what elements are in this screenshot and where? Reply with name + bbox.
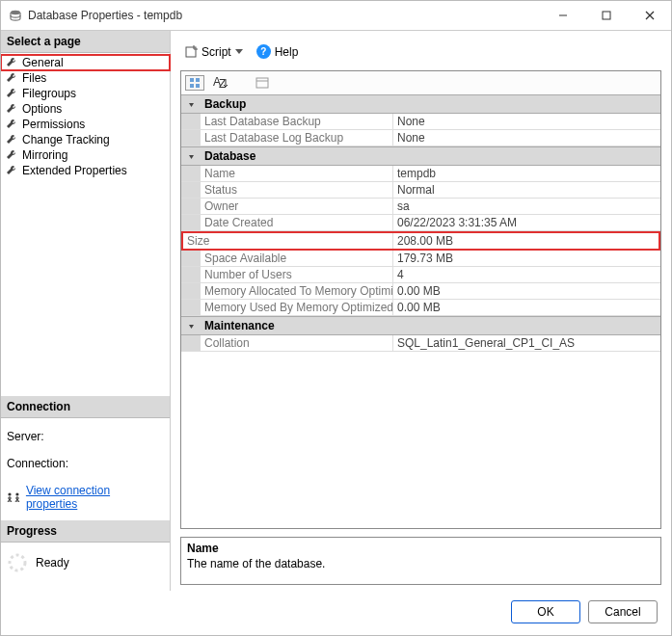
wrench-icon <box>5 164 18 177</box>
property-label: Collation <box>201 335 393 351</box>
category-label: Backup <box>201 95 660 113</box>
page-item-files[interactable]: Files <box>1 70 170 86</box>
wrench-icon <box>5 148 18 162</box>
connection-label: Connection: <box>7 457 164 470</box>
progress-header: Progress <box>1 520 170 543</box>
cancel-button[interactable]: Cancel <box>588 600 658 623</box>
property-row[interactable]: Nametempdb <box>181 166 660 182</box>
property-row[interactable]: Memory Allocated To Memory Optimized Obj… <box>181 283 660 300</box>
button-bar: OK Cancel <box>1 591 671 635</box>
right-pane: Script ? Help AZ BackupLast <box>171 31 671 591</box>
expand-icon[interactable] <box>181 95 201 113</box>
category-backup[interactable]: Backup <box>181 95 660 114</box>
property-row[interactable]: Date Created06/22/2023 3:31:35 AM <box>181 215 660 231</box>
property-value: 179.73 MB <box>393 251 660 266</box>
toolbar: Script ? Help <box>180 40 661 70</box>
property-row[interactable]: Number of Users4 <box>181 267 660 283</box>
window-title: Database Properties - tempdb <box>28 9 541 22</box>
view-connection-properties-link[interactable]: View connection properties <box>26 484 164 511</box>
minimize-button[interactable] <box>541 2 584 29</box>
property-row[interactable]: Last Database Log BackupNone <box>181 130 660 146</box>
left-pane: Select a page GeneralFilesFilegroupsOpti… <box>1 31 171 591</box>
category-label: Database <box>201 147 660 165</box>
script-button[interactable]: Script <box>180 43 247 61</box>
property-value: 0.00 MB <box>393 300 660 315</box>
property-row[interactable]: StatusNormal <box>181 182 660 199</box>
property-pages-button[interactable] <box>253 75 272 91</box>
server-label: Server: <box>7 430 164 443</box>
expand-icon[interactable] <box>181 317 201 334</box>
alphabetical-button[interactable]: AZ <box>210 75 231 91</box>
page-item-label: Mirroring <box>22 148 67 162</box>
svg-point-15 <box>10 555 25 570</box>
svg-point-10 <box>15 492 18 495</box>
help-icon: ? <box>256 44 271 59</box>
svg-text:Z: Z <box>219 77 226 89</box>
script-icon <box>184 45 198 59</box>
page-item-label: Permissions <box>22 118 85 131</box>
ok-button[interactable]: OK <box>511 600 580 623</box>
property-row[interactable]: Memory Used By Memory Optimized Objects0… <box>181 300 660 316</box>
property-label: Name <box>201 166 393 181</box>
page-item-label: Change Tracking <box>22 133 110 146</box>
property-label: Size <box>183 233 393 249</box>
progress-status: Ready <box>36 556 69 570</box>
page-item-extended-properties[interactable]: Extended Properties <box>1 163 170 178</box>
property-label: Status <box>201 182 393 198</box>
property-label: Last Database Log Backup <box>201 130 393 146</box>
property-label: Last Database Backup <box>201 114 393 129</box>
svg-rect-24 <box>256 78 268 88</box>
description-title: Name <box>187 542 655 555</box>
property-row[interactable]: Ownersa <box>181 199 660 215</box>
property-value: 0.00 MB <box>393 283 660 299</box>
view-connection-properties[interactable]: View connection properties <box>7 484 164 511</box>
description-text: The name of the database. <box>187 557 655 570</box>
property-row[interactable]: Space Available179.73 MB <box>181 251 660 267</box>
page-item-filegroups[interactable]: Filegroups <box>1 86 170 101</box>
property-value: None <box>393 114 660 129</box>
help-button[interactable]: ? Help <box>253 42 303 61</box>
property-value: None <box>393 130 660 146</box>
category-label: Maintenance <box>201 317 660 334</box>
svg-rect-18 <box>196 78 200 82</box>
property-row[interactable]: CollationSQL_Latin1_General_CP1_CI_AS <box>181 335 660 352</box>
page-item-label: Filegroups <box>22 87 76 100</box>
property-value: 06/22/2023 3:31:35 AM <box>393 215 660 230</box>
property-value: 4 <box>393 267 660 282</box>
connection-header: Connection <box>1 396 170 418</box>
categorized-button[interactable] <box>185 75 204 91</box>
page-item-permissions[interactable]: Permissions <box>1 117 170 132</box>
page-item-options[interactable]: Options <box>1 101 170 117</box>
property-value: SQL_Latin1_General_CP1_CI_AS <box>393 335 660 351</box>
wrench-icon <box>5 133 18 146</box>
property-label: Memory Allocated To Memory Optimized Obj… <box>201 283 393 299</box>
category-database[interactable]: Database <box>181 146 660 166</box>
page-item-label: Files <box>22 71 46 85</box>
chevron-down-icon <box>235 49 243 54</box>
close-button[interactable] <box>628 2 671 29</box>
page-item-mirroring[interactable]: Mirroring <box>1 147 170 163</box>
wrench-icon <box>5 87 18 100</box>
category-maintenance[interactable]: Maintenance <box>181 316 660 335</box>
property-row[interactable]: Last Database BackupNone <box>181 114 660 130</box>
maximize-button[interactable] <box>584 2 628 29</box>
page-item-label: Extended Properties <box>22 164 127 177</box>
wrench-icon <box>5 118 18 131</box>
page-item-change-tracking[interactable]: Change Tracking <box>1 132 170 147</box>
grid-toolbar: AZ <box>181 71 660 95</box>
spinner-icon <box>7 552 28 573</box>
page-item-label: General <box>22 56 64 69</box>
svg-point-5 <box>8 492 11 495</box>
property-label: Memory Used By Memory Optimized Objects <box>201 300 393 315</box>
wrench-icon <box>5 71 18 85</box>
property-value: tempdb <box>393 166 660 181</box>
svg-rect-20 <box>196 84 200 88</box>
property-label: Number of Users <box>201 267 393 282</box>
expand-icon[interactable] <box>181 147 201 165</box>
description-box: Name The name of the database. <box>180 537 661 585</box>
property-row[interactable]: Size208.00 MB <box>181 231 660 251</box>
page-item-general[interactable]: General <box>1 55 170 70</box>
property-value: 208.00 MB <box>393 233 659 249</box>
svg-point-0 <box>11 11 20 14</box>
svg-rect-19 <box>190 84 194 88</box>
